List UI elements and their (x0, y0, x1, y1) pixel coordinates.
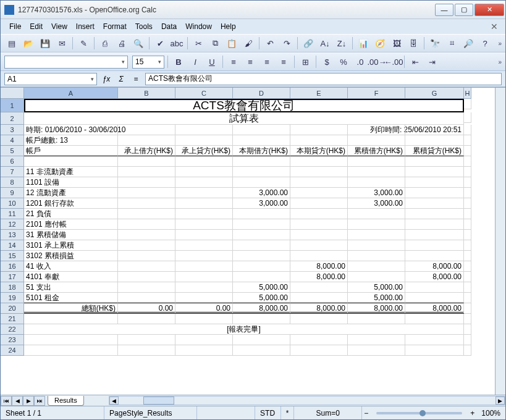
cell[interactable]: 5,000.00 (348, 293, 405, 303)
cell[interactable] (290, 335, 348, 345)
minimize-button[interactable]: — (435, 4, 453, 16)
align-left-icon[interactable]: ≡ (226, 54, 241, 69)
menu-window[interactable]: Window (182, 21, 216, 32)
row-header[interactable]: 14 (1, 240, 24, 251)
cell[interactable] (233, 219, 290, 230)
menu-edit[interactable]: Edit (26, 21, 46, 32)
cell[interactable]: 3,000.00 (348, 188, 405, 198)
col-header-G[interactable]: G (405, 88, 464, 99)
cell[interactable] (464, 324, 471, 335)
cell[interactable] (118, 125, 175, 135)
row-header[interactable]: 16 (1, 261, 24, 272)
zoom-icon[interactable]: 🔎 (461, 36, 476, 51)
row-header[interactable]: 21 (1, 314, 24, 324)
cell[interactable] (175, 219, 233, 230)
menu-help[interactable]: Help (217, 21, 240, 32)
cell[interactable]: 試算表 (24, 112, 464, 125)
tab-first-icon[interactable]: ⏮ (1, 396, 12, 406)
cell[interactable] (405, 167, 464, 177)
cell[interactable] (175, 251, 233, 261)
cell[interactable] (464, 230, 471, 240)
row-header[interactable]: 22 (1, 324, 24, 335)
cell[interactable] (118, 251, 175, 261)
cell[interactable] (348, 177, 405, 188)
increase-indent-icon[interactable]: ⇥ (424, 54, 439, 69)
open-icon[interactable]: 📂 (21, 36, 36, 51)
align-right-icon[interactable]: ≡ (259, 54, 274, 69)
cell[interactable]: 3,000.00 (348, 198, 405, 209)
col-header-H[interactable]: H (464, 88, 471, 99)
cell[interactable] (464, 135, 471, 146)
cell[interactable] (464, 345, 471, 356)
cell[interactable] (175, 261, 233, 272)
navigator-icon[interactable]: 🧭 (373, 36, 387, 51)
cell[interactable] (118, 282, 175, 293)
sum-icon[interactable]: Σ (114, 73, 128, 85)
cell[interactable] (405, 335, 464, 345)
cell[interactable] (290, 293, 348, 303)
cell[interactable] (175, 335, 233, 345)
cell[interactable] (405, 240, 464, 251)
document-close-icon[interactable]: ✕ (488, 22, 500, 32)
cell[interactable] (405, 282, 464, 293)
add-decimal-icon[interactable]: .00→ (369, 54, 384, 69)
cell[interactable]: 列印時間: 25/06/2010 20:51 (405, 125, 464, 135)
cell[interactable] (118, 314, 175, 324)
cell[interactable] (118, 188, 175, 198)
cell[interactable] (118, 135, 175, 146)
cell[interactable] (405, 219, 464, 230)
cell[interactable] (118, 261, 175, 272)
row-header[interactable]: 19 (1, 293, 24, 303)
print-icon[interactable]: 🖨 (114, 36, 129, 51)
cell[interactable] (24, 314, 118, 324)
menu-view[interactable]: View (48, 21, 71, 32)
cell[interactable]: 3102 累積損益 (24, 251, 118, 261)
cell[interactable] (118, 240, 175, 251)
cell[interactable]: 8,000.00 (290, 303, 348, 314)
formula-input[interactable]: ACTS教會有限公司 (145, 73, 502, 85)
cell[interactable]: 8,000.00 (348, 303, 405, 314)
edit-file-icon[interactable]: ✎ (76, 36, 91, 51)
col-header-B[interactable]: B (118, 88, 175, 99)
col-header-E[interactable]: E (290, 88, 348, 99)
cell[interactable] (464, 240, 471, 251)
cell[interactable] (290, 230, 348, 240)
row-header[interactable]: 10 (1, 198, 24, 209)
row-header[interactable]: 3 (1, 125, 24, 135)
cell[interactable] (405, 198, 464, 209)
cell[interactable] (464, 261, 471, 272)
cell[interactable] (233, 240, 290, 251)
cell[interactable]: [報表完畢] (24, 324, 464, 335)
cell[interactable] (175, 282, 233, 293)
cell[interactable]: 1101 設備 (24, 177, 118, 188)
number-format-icon[interactable]: .0 (353, 54, 368, 69)
cell[interactable] (118, 156, 175, 167)
cell[interactable] (233, 261, 290, 272)
toolbar-overflow-icon[interactable]: » (498, 40, 502, 47)
sort-desc-icon[interactable]: Z↓ (334, 36, 349, 51)
row-header[interactable]: 8 (1, 177, 24, 188)
cell[interactable] (233, 135, 290, 146)
function-wizard-icon[interactable]: ƒx (99, 73, 113, 85)
cell[interactable] (175, 230, 233, 240)
status-mode[interactable]: STD (255, 406, 281, 419)
print-preview-icon[interactable]: 🔍 (131, 36, 146, 51)
cell[interactable] (290, 125, 348, 135)
cell[interactable] (464, 335, 471, 345)
cell[interactable] (464, 167, 471, 177)
row-header[interactable]: 15 (1, 251, 24, 261)
cell[interactable]: 8,000.00 (290, 272, 348, 282)
cell[interactable]: 3,000.00 (233, 198, 290, 209)
cell[interactable] (464, 146, 471, 156)
cell[interactable] (348, 156, 405, 167)
cell[interactable] (118, 198, 175, 209)
row-header[interactable]: 18 (1, 282, 24, 293)
cell[interactable] (405, 251, 464, 261)
select-all-corner[interactable] (1, 88, 24, 99)
cell[interactable] (405, 314, 464, 324)
zoom-out-icon[interactable]: − (362, 409, 370, 418)
cell[interactable] (233, 335, 290, 345)
col-header-C[interactable]: C (175, 88, 233, 99)
cell[interactable] (464, 188, 471, 198)
cell[interactable]: 5,000.00 (348, 282, 405, 293)
